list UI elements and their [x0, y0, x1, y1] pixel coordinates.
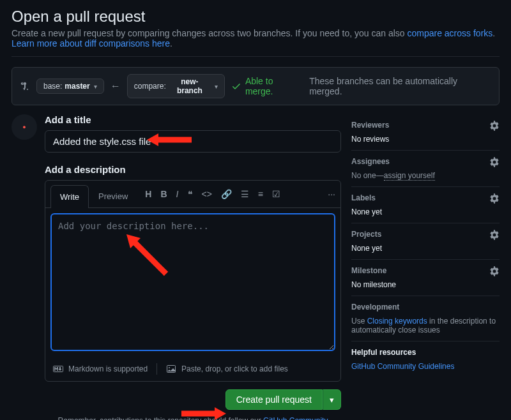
bold-icon[interactable]: B — [160, 189, 167, 199]
git-compare-icon — [20, 81, 30, 91]
tab-preview[interactable]: Preview — [89, 184, 137, 207]
markdown-icon — [53, 364, 63, 374]
task-list-icon[interactable]: ☑ — [272, 189, 280, 199]
link-icon[interactable]: 🔗 — [221, 189, 232, 199]
check-icon — [231, 81, 241, 91]
page-subtitle: Create a new pull request by comparing c… — [11, 28, 500, 57]
description-box: Write Preview H B I ❝ <> 🔗 — [45, 180, 341, 382]
gear-icon[interactable] — [489, 157, 500, 167]
gear-icon[interactable] — [489, 266, 500, 276]
learn-diff-link[interactable]: Learn more about diff comparisons here — [11, 38, 170, 49]
arrow-left-icon: ← — [111, 80, 121, 92]
sidebar-milestone: Milestone No milestone — [351, 260, 500, 296]
compare-forks-link[interactable]: compare across forks — [407, 28, 492, 38]
markdown-supported-label: Markdown is supported — [68, 364, 148, 373]
avatar: ● — [11, 114, 37, 140]
sidebar-labels: Labels None yet — [351, 187, 500, 223]
quote-icon[interactable]: ❝ — [188, 189, 193, 199]
code-icon[interactable]: <> — [202, 189, 212, 199]
helpful-guidelines-link[interactable]: GitHub Community Guidelines — [351, 362, 454, 371]
gear-icon[interactable] — [489, 121, 500, 131]
page-title: Open a pull request — [11, 8, 500, 26]
contribution-reminder: Remember, contributions to this reposito… — [45, 416, 341, 420]
heading-icon[interactable]: H — [145, 189, 151, 199]
tab-write[interactable]: Write — [50, 185, 89, 208]
ordered-list-icon[interactable]: ☰ — [241, 189, 249, 199]
create-pull-request-button[interactable]: Create pull request — [225, 389, 323, 410]
sidebar-helpful: Helpful resources GitHub Community Guide… — [351, 341, 500, 377]
merge-status: Able to merge. — [231, 76, 303, 96]
unordered-list-icon[interactable]: ≡ — [258, 189, 263, 199]
sidebar-development: Development Use Closing keywords in the … — [351, 296, 500, 341]
sidebar-assignees: Assignees No one—assign yourself — [351, 151, 500, 187]
sidebar-projects: Projects None yet — [351, 223, 500, 260]
paste-hint-label[interactable]: Paste, drop, or click to add files — [181, 364, 288, 373]
merge-status-sub: These branches can be automatically merg… — [309, 76, 491, 96]
description-label: Add a description — [45, 164, 341, 175]
italic-icon[interactable]: I — [176, 189, 179, 199]
more-icon[interactable]: ··· — [328, 189, 335, 199]
gear-icon[interactable] — [489, 193, 500, 204]
sidebar-reviewers: Reviewers No reviews — [351, 114, 500, 151]
compare-branch-selector[interactable]: compare: new-branch — [127, 74, 225, 98]
title-label: Add a title — [45, 114, 341, 125]
description-textarea[interactable] — [50, 213, 335, 351]
image-icon — [166, 364, 176, 374]
assign-yourself-link[interactable]: assign yourself — [384, 171, 435, 181]
closing-keywords-link[interactable]: Closing keywords — [367, 317, 427, 326]
base-branch-selector[interactable]: base: master — [36, 79, 104, 94]
branch-compare-bar: base: master ← compare: new-branch Able … — [11, 67, 500, 105]
create-pull-request-dropdown[interactable]: ▾ — [323, 389, 341, 410]
gear-icon[interactable] — [489, 230, 500, 240]
title-input[interactable] — [45, 130, 341, 153]
